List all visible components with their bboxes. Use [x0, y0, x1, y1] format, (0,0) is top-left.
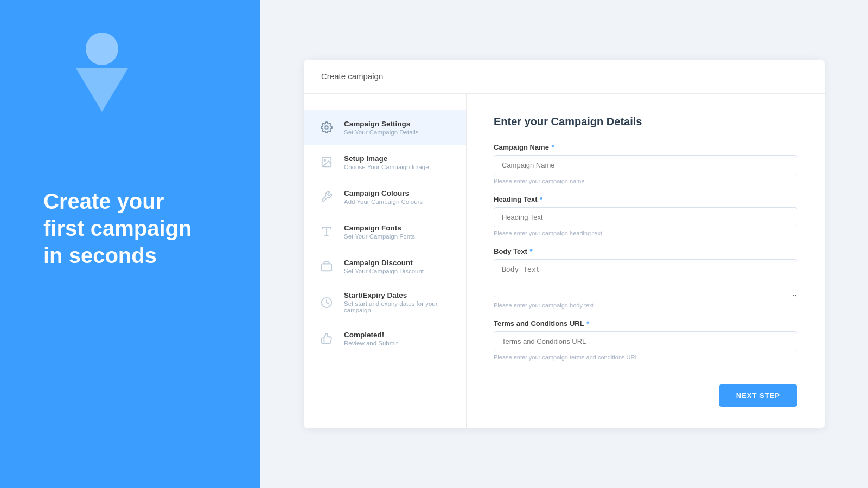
sidebar-item-completed[interactable]: Completed! Review and Submit: [304, 321, 466, 356]
step-text-completed: Completed! Review and Submit: [344, 331, 398, 346]
step-subtitle-completed: Review and Submit: [344, 340, 398, 346]
sidebar-item-setup-image[interactable]: Setup Image Choose Your Campaign Image: [304, 145, 466, 179]
hint-body-text: Please enter your campaign body text.: [494, 302, 797, 309]
input-terms-url[interactable]: [494, 331, 797, 351]
form-footer: NEXT STEP: [494, 374, 797, 407]
sidebar-item-campaign-colours[interactable]: Campaign Colours Add Your Campaign Colou…: [304, 179, 466, 214]
logo-triangle-icon: [76, 68, 128, 112]
required-star-terms-url: *: [586, 319, 589, 328]
svg-point-0: [325, 126, 328, 129]
label-campaign-name: Campaign Name *: [494, 143, 797, 151]
form-group-terms-url: Terms and Conditions URL * Please enter …: [494, 319, 797, 361]
main-card: Create campaign Campaign Settings Set: [304, 60, 825, 428]
label-terms-url: Terms and Conditions URL *: [494, 319, 797, 328]
form-area: Enter your Campaign Details Campaign Nam…: [467, 94, 825, 428]
hint-heading-text: Please enter your campaign heading text.: [494, 230, 797, 236]
required-star-body-text: *: [530, 247, 533, 255]
sidebar-item-campaign-fonts[interactable]: Campaign Fonts Set Your Campaign Fonts: [304, 214, 466, 249]
label-body-text: Body Text *: [494, 247, 797, 255]
hint-campaign-name: Please enter your campaign name.: [494, 178, 797, 184]
step-subtitle-campaign-settings: Set Your Campaign Details: [344, 129, 418, 136]
required-star-campaign-name: *: [551, 143, 554, 151]
hero-text: Create your first campaign in seconds: [43, 188, 192, 269]
step-text-campaign-colours: Campaign Colours Add Your Campaign Colou…: [344, 189, 423, 205]
label-heading-text: Heading Text *: [494, 195, 797, 203]
gear-icon: [317, 118, 336, 137]
input-campaign-name[interactable]: [494, 155, 797, 175]
step-title-campaign-colours: Campaign Colours: [344, 189, 423, 197]
svg-point-2: [324, 159, 326, 161]
right-panel: Create campaign Campaign Settings Set: [260, 0, 868, 488]
logo-circle-icon: [86, 33, 118, 65]
step-text-campaign-settings: Campaign Settings Set Your Campaign Deta…: [344, 120, 418, 136]
card-header-title: Create campaign: [321, 72, 383, 81]
font-icon: [317, 222, 336, 241]
step-title-campaign-discount: Campaign Discount: [344, 259, 424, 267]
step-title-campaign-fonts: Campaign Fonts: [344, 224, 415, 232]
steps-sidebar: Campaign Settings Set Your Campaign Deta…: [304, 94, 467, 428]
logo-area: [76, 33, 128, 112]
step-text-start-expiry: Start/Expiry Dates Set start and expiry …: [344, 291, 453, 313]
sidebar-item-campaign-settings[interactable]: Campaign Settings Set Your Campaign Deta…: [304, 110, 466, 145]
step-subtitle-setup-image: Choose Your Campaign Image: [344, 164, 429, 170]
required-star-heading-text: *: [540, 195, 542, 203]
step-subtitle-campaign-colours: Add Your Campaign Colours: [344, 198, 423, 205]
next-step-button[interactable]: NEXT STEP: [719, 384, 797, 407]
input-heading-text[interactable]: [494, 207, 797, 227]
step-title-campaign-settings: Campaign Settings: [344, 120, 418, 128]
hint-terms-url: Please enter your campaign terms and con…: [494, 354, 797, 361]
card-body: Campaign Settings Set Your Campaign Deta…: [304, 94, 825, 428]
sidebar-item-campaign-discount[interactable]: Campaign Discount Set Your Campaign Disc…: [304, 249, 466, 284]
step-title-setup-image: Setup Image: [344, 155, 429, 163]
step-title-start-expiry: Start/Expiry Dates: [344, 291, 453, 299]
step-text-campaign-fonts: Campaign Fonts Set Your Campaign Fonts: [344, 224, 415, 240]
left-panel: Create your first campaign in seconds: [0, 0, 260, 488]
sidebar-item-start-expiry-dates[interactable]: Start/Expiry Dates Set start and expiry …: [304, 284, 466, 321]
thumbs-up-icon: [317, 329, 336, 348]
card-header: Create campaign: [304, 60, 825, 94]
form-group-heading-text: Heading Text * Please enter your campaig…: [494, 195, 797, 236]
image-icon: [317, 152, 336, 172]
step-text-setup-image: Setup Image Choose Your Campaign Image: [344, 155, 429, 170]
clock-icon: [317, 293, 336, 312]
form-group-body-text: Body Text * Please enter your campaign b…: [494, 247, 797, 309]
step-subtitle-start-expiry: Set start and expiry dates for your camp…: [344, 300, 453, 313]
svg-rect-5: [322, 264, 331, 271]
step-text-campaign-discount: Campaign Discount Set Your Campaign Disc…: [344, 259, 424, 274]
step-subtitle-campaign-fonts: Set Your Campaign Fonts: [344, 233, 415, 240]
wrench-icon: [317, 187, 336, 207]
discount-icon: [317, 256, 336, 276]
textarea-body-text[interactable]: [494, 259, 797, 297]
step-title-completed: Completed!: [344, 331, 398, 339]
form-group-campaign-name: Campaign Name * Please enter your campai…: [494, 143, 797, 184]
form-title: Enter your Campaign Details: [494, 115, 797, 128]
step-subtitle-campaign-discount: Set Your Campaign Discount: [344, 268, 424, 274]
